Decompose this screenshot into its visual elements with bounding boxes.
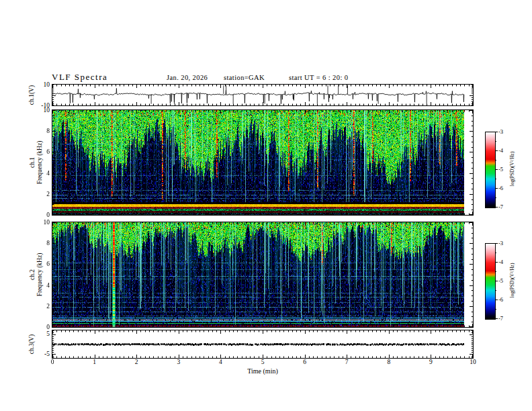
ch2-colorbar-tick [495,243,498,244]
ch1-waveform-panel [52,84,474,106]
ch2-colorbar-minor-tick [495,271,496,272]
ch1-colorbar-tick [495,150,498,151]
time-axis-tick: 3 [169,359,188,366]
ch1-spec-ytick: 8 [30,128,50,134]
ch1-colorbar-label: log(PSD)(V²/Hz) [509,136,515,203]
ch1-spec-ytick: 4 [30,170,50,177]
time-axis-tick: 4 [211,359,230,366]
ch1-waveform-canvas [52,85,473,105]
ch1-spectrogram-canvas [52,110,473,215]
ch1-colorbar-tick-label: -4 [498,148,503,154]
time-axis-label: Time (min) [229,367,296,375]
ch2-colorbar-tick-label: -6 [498,297,503,303]
ch3-waveform-panel [52,330,474,359]
ch1-colorbar-tick-label: -6 [498,185,503,191]
start-ut-label: start UT = 6 : 20: 0 [289,74,348,81]
time-axis-tick: 1 [85,359,104,366]
station-label: station=GAK [224,74,265,81]
ch1-spectrogram-panel [52,109,474,216]
ch2-colorbar-minor-tick [495,309,496,310]
ch2-colorbar-label: log(PSD)(V²/Hz) [509,247,515,314]
ch1-colorbar-tick [495,207,498,208]
ch1-colorbar-minor-tick [495,160,496,161]
ch2-colorbar-tick [495,281,498,281]
ch1-colorbar-minor-tick [495,141,496,142]
ch2-spec-ytick: 4 [30,282,50,289]
time-axis-tick: 8 [380,359,398,366]
ch2-spec-ytick: 0 [30,324,50,330]
ch2-colorbar-minor-tick [495,253,496,253]
ch2-colorbar-tick-label: -3 [498,240,503,246]
figure-date: Jan. 20, 2026 [167,74,208,81]
ch2-colorbar-tick [495,262,498,263]
ch1-colorbar-tick-label: -5 [498,167,503,173]
ch1-colorbar [485,132,496,208]
ch2-colorbar-tick [495,318,498,319]
ch2-colorbar-tick-label: -5 [498,278,503,284]
ch1-spec-ytick: 2 [30,191,50,197]
ch1-spec-ytick: 10 [30,107,50,113]
ch1-colorbar-tick-label: -7 [498,204,503,210]
ch2-colorbar-tick [495,300,498,300]
ch2-spectrogram-canvas [52,222,473,327]
ch1-colorbar-tick [495,132,498,132]
vlf-spectra-figure: VLF Spectra Jan. 20, 2026 station=GAK st… [0,0,532,411]
ch1-colorbar-minor-tick [495,197,496,198]
time-axis-tick: 0 [43,359,62,366]
ch1-colorbar-minor-tick [495,179,496,179]
ch2-spec-ytick: 8 [30,240,50,246]
ch2-colorbar-tick-label: -7 [498,316,503,322]
time-axis-tick: 2 [127,359,146,366]
time-axis-tick: 6 [296,359,314,366]
time-axis-tick: 7 [337,359,356,366]
figure-title: VLF Spectra [52,72,107,83]
ch1-spec-ytick: 6 [30,148,50,155]
time-axis-tick: 5 [253,359,272,366]
ch3-waveform-canvas [52,330,473,358]
ch2-colorbar-tick-label: -4 [498,259,503,265]
ch1-colorbar-tick [495,188,498,189]
time-axis-tick: 10 [463,359,482,366]
ch2-spec-ytick: 2 [30,303,50,310]
ch2-spec-ytick: 10 [30,219,50,226]
ch2-colorbar [485,243,496,320]
ch2-colorbar-minor-tick [495,290,496,291]
time-axis-tick: 9 [421,359,440,366]
ch1-spec-ytick: 0 [30,212,50,218]
ch1-colorbar-tick-label: -3 [498,129,503,135]
ch2-spec-ytick: 6 [30,261,50,267]
ch2-spectrogram-panel [52,222,474,328]
ch1-colorbar-tick [495,169,498,170]
